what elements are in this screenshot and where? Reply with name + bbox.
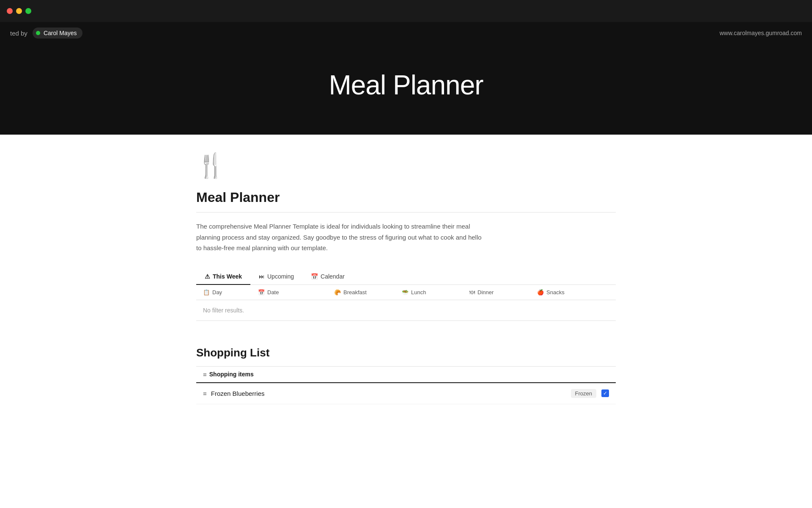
page-icon-area: 🍴: [196, 152, 616, 179]
col-breakfast: 🥐 Breakfast: [327, 285, 395, 300]
shopping-tabs: ≡ Shopping items: [196, 367, 616, 383]
shopping-item-left: ≡ Frozen Blueberries: [203, 390, 265, 397]
tab-upcoming-label: Upcoming: [267, 273, 294, 280]
upcoming-icon: ⏭: [259, 273, 265, 280]
shopping-item-name: Frozen Blueberries: [211, 390, 265, 397]
col-day: 📋 Day: [196, 285, 251, 300]
shopping-tab-icon: ≡: [203, 371, 207, 378]
shopping-section: Shopping List ≡ Shopping items ≡ Frozen …: [196, 346, 616, 404]
user-name: Carol Mayes: [44, 30, 77, 36]
topbar-left: ted by Carol Mayes: [10, 28, 82, 39]
meal-table-header: 📋 Day 📅 Date 🥐 Breakfast 🥗 Lunch 🍽 Dinne…: [196, 285, 616, 300]
day-col-icon: 📋: [203, 289, 210, 295]
shopping-item-tag: Frozen: [571, 389, 596, 398]
titlebar: [0, 0, 812, 22]
minimize-button[interactable]: [16, 8, 22, 14]
tab-calendar-label: Calendar: [321, 273, 345, 280]
shopping-heading: Shopping List: [196, 346, 616, 359]
this-week-icon: ⚠: [205, 273, 210, 280]
day-col-label: Day: [212, 289, 222, 295]
shopping-item-checkbox[interactable]: ✓: [601, 389, 609, 397]
no-results-message: No filter results.: [196, 300, 616, 321]
lunch-col-icon: 🥗: [402, 289, 409, 295]
cutlery-icon: 🍴: [196, 152, 226, 179]
hero-section: Meal Planner: [0, 44, 812, 135]
tab-calendar[interactable]: 📅 Calendar: [302, 269, 353, 285]
close-button[interactable]: [7, 8, 13, 14]
shopping-tab-label: Shopping items: [209, 371, 254, 378]
tab-shopping-items[interactable]: ≡ Shopping items: [196, 367, 261, 382]
created-by-label: ted by: [10, 30, 27, 37]
snacks-col-label: Snacks: [546, 289, 565, 295]
main-content: 🍴 Meal Planner The comprehensive Meal Pl…: [186, 135, 626, 430]
col-lunch: 🥗 Lunch: [395, 285, 463, 300]
user-status-dot: [36, 31, 40, 35]
date-col-icon: 📅: [258, 289, 265, 295]
shopping-item-right: Frozen ✓: [571, 389, 609, 398]
tab-this-week-label: This Week: [213, 273, 242, 280]
page-description: The comprehensive Meal Planner Template …: [196, 221, 484, 254]
tab-this-week[interactable]: ⚠ This Week: [196, 269, 250, 285]
website-link[interactable]: www.carolmayes.gumroad.com: [719, 30, 802, 36]
topbar: ted by Carol Mayes www.carolmayes.gumroa…: [0, 22, 812, 44]
list-item: ≡ Frozen Blueberries Frozen ✓: [196, 383, 616, 404]
col-date: 📅 Date: [251, 285, 327, 300]
calendar-icon: 📅: [311, 273, 318, 280]
dinner-col-label: Dinner: [477, 289, 494, 295]
tab-upcoming[interactable]: ⏭ Upcoming: [250, 269, 302, 285]
meal-tabs: ⚠ This Week ⏭ Upcoming 📅 Calendar: [196, 269, 616, 285]
shopping-item-list-icon: ≡: [203, 390, 207, 397]
col-dinner: 🍽 Dinner: [463, 285, 530, 300]
breakfast-col-icon: 🥐: [334, 289, 341, 295]
maximize-button[interactable]: [25, 8, 31, 14]
snacks-col-icon: 🍎: [537, 289, 544, 295]
user-badge[interactable]: Carol Mayes: [33, 28, 83, 39]
traffic-lights: [7, 8, 31, 14]
heading-divider: [196, 212, 616, 213]
breakfast-col-label: Breakfast: [343, 289, 367, 295]
lunch-col-label: Lunch: [411, 289, 426, 295]
col-snacks: 🍎 Snacks: [530, 285, 598, 300]
dinner-col-icon: 🍽: [469, 289, 475, 295]
date-col-label: Date: [267, 289, 279, 295]
hero-title: Meal Planner: [0, 69, 812, 101]
page-heading: Meal Planner: [196, 190, 616, 205]
